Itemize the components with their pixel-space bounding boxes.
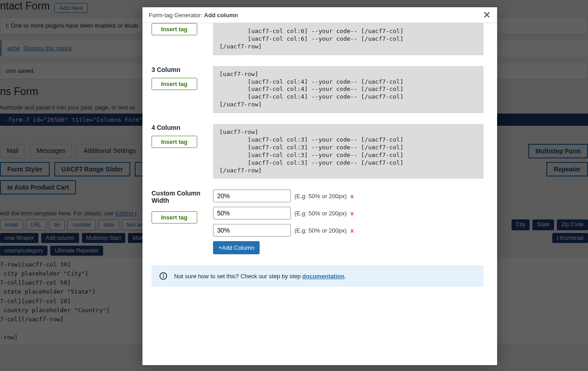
code-preview-2col: [uacf7-col col:6] --your code-- [/uacf7-… xyxy=(213,23,484,55)
delete-row-icon[interactable]: x xyxy=(351,210,354,217)
form-tag-generator-modal: Form-tag Generator: Add column ✕ Insert … xyxy=(142,7,497,365)
two-column-section: Insert tag [uacf7-col col:6] --your code… xyxy=(152,23,484,55)
custom-width-row: (E.g: 50% or 200px) x xyxy=(213,207,484,219)
width-hint: (E.g: 50% or 200px) xyxy=(294,210,347,217)
documentation-hint: Not sure how to set this? Check our step… xyxy=(152,265,484,287)
add-column-button[interactable]: +Add Column xyxy=(213,241,260,254)
custom-width-row: (E.g: 50% or 200px) x xyxy=(213,224,484,237)
insert-tag-button[interactable]: Insert tag xyxy=(152,136,197,148)
modal-title: Form-tag Generator: Add column xyxy=(149,12,238,19)
width-input[interactable] xyxy=(213,207,291,219)
close-icon[interactable]: ✕ xyxy=(483,10,491,19)
insert-tag-button[interactable]: Insert tag xyxy=(152,23,197,35)
svg-point-2 xyxy=(163,274,164,275)
info-icon xyxy=(159,271,168,281)
insert-tag-button[interactable]: Insert tag xyxy=(152,211,197,224)
width-input[interactable] xyxy=(213,190,291,202)
insert-tag-button[interactable]: Insert tag xyxy=(152,78,197,90)
modal-scroll[interactable]: Insert tag [uacf7-col col:6] --your code… xyxy=(152,23,488,365)
section-label-custom: Custom Column Width xyxy=(152,190,206,204)
section-label-3col: 3 Column xyxy=(152,66,206,73)
custom-width-row: (E.g: 50% or 200px) x xyxy=(213,190,484,202)
delete-row-icon[interactable]: x xyxy=(351,193,354,200)
modal-header: Form-tag Generator: Add column ✕ xyxy=(142,7,497,23)
documentation-link[interactable]: documentation xyxy=(302,273,344,280)
code-preview-3col: [uacf7-row] [uacf7-col col:4] --your cod… xyxy=(213,66,484,113)
width-input[interactable] xyxy=(213,224,291,237)
width-hint: (E.g: 50% or 200px) xyxy=(294,227,347,234)
doc-text: Not sure how to set this? Check our step… xyxy=(174,273,346,280)
width-hint: (E.g: 50% or 200px) xyxy=(294,193,347,200)
three-column-section: 3 Column Insert tag [uacf7-row] [uacf7-c… xyxy=(152,66,484,113)
custom-column-section: Custom Column Width Insert tag (E.g: 50%… xyxy=(152,190,484,254)
section-label-4col: 4 Column xyxy=(152,124,206,131)
code-preview-4col: [uacf7-row] [uacf7-col col:3] --your cod… xyxy=(213,124,484,179)
delete-row-icon[interactable]: x xyxy=(351,227,354,234)
four-column-section: 4 Column Insert tag [uacf7-row] [uacf7-c… xyxy=(152,124,484,179)
